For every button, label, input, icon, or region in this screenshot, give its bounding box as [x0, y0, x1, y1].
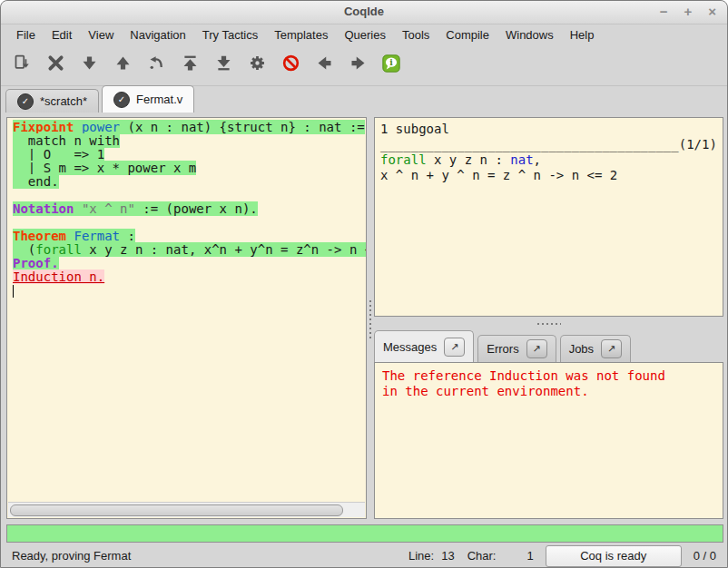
goal-separator: _______________________________________(…	[380, 137, 723, 152]
menu-tools[interactable]: Tools	[394, 25, 438, 44]
forward-icon	[349, 54, 368, 76]
scrollbar-thumb[interactable]	[10, 504, 343, 516]
go-to-start-button[interactable]	[178, 54, 202, 77]
close-button[interactable]: ×	[708, 4, 716, 19]
char-label: Char:	[467, 549, 497, 563]
message-tabbar: Messages↗Errors↗Jobs↗	[374, 330, 723, 362]
tab-label: Errors	[487, 342, 518, 356]
menubar: FileEditViewNavigationTry TacticsTemplat…	[1, 24, 727, 44]
document-tabbar: ✓*scratch*✓Fermat.v	[5, 86, 194, 113]
svg-text:i: i	[389, 56, 393, 66]
code-line: Theorem Fermat :	[13, 230, 366, 243]
vertical-splitter[interactable]	[367, 117, 374, 519]
goto-cursor-button[interactable]	[144, 54, 168, 77]
window-controls: − + ×	[660, 4, 716, 19]
code-line: (forall x y z n : nat, x^n + y^n = z^n -…	[13, 243, 366, 257]
code-line	[13, 189, 366, 202]
tab-fermat-v[interactable]: ✓Fermat.v	[102, 85, 194, 113]
code-line: Notation "x ^ n" := (power x n).	[13, 202, 366, 216]
back-button[interactable]	[312, 54, 336, 77]
gear-icon	[248, 54, 267, 76]
code-line: Induction n.	[13, 270, 366, 284]
goal-index: (1/1)	[679, 137, 717, 152]
code-line: Fixpoint power (x n : nat) {struct n} : …	[13, 121, 366, 134]
char-value: 1	[526, 549, 533, 563]
menu-windows[interactable]: Windows	[497, 25, 562, 44]
save-button[interactable]	[10, 54, 34, 77]
go-to-start-icon	[181, 54, 200, 76]
tab-messages[interactable]: Messages↗	[374, 330, 474, 362]
code-line: Proof.	[13, 257, 366, 270]
code-editor[interactable]: Fixpoint power (x n : nat) {struct n} : …	[7, 118, 366, 503]
subgoal-count: 1 subgoal	[380, 122, 723, 137]
check-icon: ✓	[17, 93, 34, 110]
tab-scratch[interactable]: ✓*scratch*	[5, 89, 99, 113]
about-button[interactable]: i	[379, 54, 403, 77]
tab-label: Fermat.v	[136, 93, 182, 106]
menu-help[interactable]: Help	[562, 25, 603, 44]
forward-button[interactable]	[346, 54, 369, 77]
coq-status-button[interactable]: Coq is ready	[546, 545, 682, 567]
close-icon	[46, 54, 65, 76]
tab-label: Jobs	[569, 342, 594, 356]
interrupt-button[interactable]	[279, 54, 302, 77]
menu-compile[interactable]: Compile	[438, 25, 497, 44]
splitter-grip-icon	[537, 323, 561, 325]
status-text: Ready, proving Fermat	[12, 549, 131, 563]
maximize-button[interactable]: +	[684, 4, 692, 19]
error-message-line: The reference Induction was not found	[382, 368, 723, 384]
goals-panel[interactable]: 1 subgoal ______________________________…	[374, 117, 723, 317]
step-backward-icon	[113, 54, 133, 76]
go-to-end-icon	[214, 54, 233, 76]
menu-navigation[interactable]: Navigation	[122, 25, 193, 44]
minimize-button[interactable]: −	[660, 4, 668, 19]
code-line: | O => 1	[13, 148, 366, 162]
back-icon	[315, 54, 334, 76]
goal-line: forall x y z n : nat,	[380, 152, 723, 168]
menu-queries[interactable]: Queries	[336, 25, 394, 44]
error-message-line: in the current environment.	[382, 384, 723, 399]
coqide-window: CoqIde − + × FileEditViewNavigationTry T…	[0, 0, 728, 568]
progress-bar	[6, 524, 723, 543]
menu-templates[interactable]: Templates	[266, 25, 336, 44]
menu-edit[interactable]: Edit	[44, 25, 80, 44]
tab-errors[interactable]: Errors↗	[477, 335, 556, 362]
code-line	[13, 216, 366, 230]
code-line	[13, 284, 366, 298]
progress-counter: 0 / 0	[694, 549, 716, 563]
splitter-grip-icon	[369, 300, 371, 340]
window-title: CoqIde	[1, 5, 727, 18]
menu-try-tactics[interactable]: Try Tactics	[194, 25, 266, 44]
horizontal-splitter[interactable]	[374, 317, 723, 330]
line-value: 13	[441, 549, 454, 563]
step-backward-button[interactable]	[111, 54, 134, 77]
save-icon	[13, 54, 32, 76]
code-line: end.	[13, 175, 366, 189]
menu-view[interactable]: View	[80, 25, 122, 44]
goto-cursor-icon	[147, 54, 166, 76]
about-icon: i	[381, 54, 401, 77]
editor-pane: Fixpoint power (x n : nat) {struct n} : …	[6, 117, 367, 519]
horizontal-scrollbar[interactable]	[8, 502, 365, 517]
detach-button[interactable]: ↗	[601, 339, 622, 358]
restart-button[interactable]	[245, 54, 269, 77]
detach-button[interactable]: ↗	[444, 338, 465, 357]
step-forward-icon	[80, 54, 99, 76]
tab-label: *scratch*	[40, 94, 87, 108]
go-to-end-button[interactable]	[212, 54, 235, 77]
close-buffer-button[interactable]	[44, 54, 67, 77]
check-icon: ✓	[113, 92, 130, 108]
goal-line: x ^ n + y ^ n = z ^ n -> n <= 2	[380, 168, 723, 183]
toolbar: i	[1, 44, 727, 86]
line-label: Line:	[408, 549, 434, 563]
interrupt-icon	[281, 54, 300, 76]
text-cursor	[13, 285, 14, 298]
detach-button[interactable]: ↗	[526, 339, 547, 358]
step-forward-button[interactable]	[77, 54, 101, 77]
messages-panel[interactable]: The reference Induction was not foundin …	[374, 362, 723, 519]
code-line: match n with	[13, 134, 366, 148]
menu-file[interactable]: File	[8, 25, 44, 44]
tab-jobs[interactable]: Jobs↗	[560, 335, 631, 362]
code-line: | S m => x * power x m	[13, 162, 366, 175]
titlebar[interactable]: CoqIde − + ×	[1, 1, 727, 24]
